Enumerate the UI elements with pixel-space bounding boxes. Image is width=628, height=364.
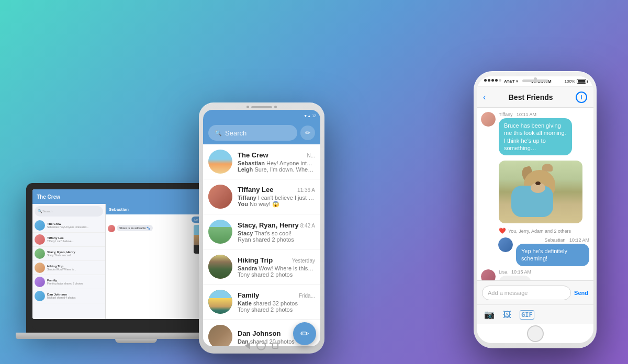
- android-sensor: [274, 106, 277, 108]
- android-conv-tiffany[interactable]: Tiffany Lee 11:36 A Tiffany I can't beli…: [203, 179, 320, 214]
- iphone-msg-sender-tiffany: Tiffany 10:11 AM: [499, 112, 572, 117]
- laptop-conv-hiking[interactable]: Hiking Trip Sandra Wow! Where is...: [32, 261, 105, 275]
- iphone-home-button[interactable]: [527, 325, 544, 342]
- iphone-msg-sender-lisa: Lisa 10:15 AM: [499, 269, 531, 275]
- android-status-icons: ▼▲ 12: [304, 114, 316, 118]
- android-conv-name-tiffany: Tiffany Lee: [238, 186, 273, 194]
- laptop-av-crew: [35, 220, 45, 231]
- android-conv-name-dan: Dan Johnson: [238, 329, 281, 337]
- laptop-av-family: [35, 277, 45, 287]
- iphone-body: AT&T ▾ 11:00 AM 100% ‹: [474, 71, 597, 348]
- laptop-conv-family[interactable]: Family Family photos shared 2 photos: [32, 275, 105, 289]
- iphone-back-arrow-icon: ‹: [483, 93, 486, 102]
- iphone-avatar-lisa: [481, 269, 496, 280]
- iphone-msg-content-lisa: Lisa 10:15 AM ···: [499, 269, 531, 280]
- iphone-battery-fill: [578, 80, 585, 83]
- android-conv-name-family: Family: [238, 291, 259, 299]
- android-conv-time-crew: N...: [307, 153, 315, 158]
- android-conv-preview-crew: Sebastian Hey! Anyone interested in...: [238, 160, 315, 166]
- android-avatar-tiffany-img: [208, 185, 232, 209]
- iphone-nav-bar: ‹ Best Friends i: [477, 87, 593, 108]
- iphone-photo-icon[interactable]: 🖼: [503, 310, 511, 320]
- android-conv-preview2-stacy: Ryan shared 2 photos: [238, 236, 315, 243]
- android-conv-header-stacy: Stacy, Ryan, Henry 8:42 A: [238, 221, 315, 229]
- android-conv-time-stacy: 8:42 A: [300, 223, 315, 229]
- iphone-signal-1: [484, 79, 487, 82]
- iphone-back-button[interactable]: ‹: [483, 93, 486, 102]
- android-conv-time-family: Frida...: [299, 293, 315, 299]
- iphone-reaction: ❤️ You, Jerry, Adam and 2 others: [499, 228, 589, 234]
- android-speaker: [251, 106, 272, 108]
- android-conv-stacy[interactable]: Stacy, Ryan, Henry 8:42 A Stacy That's s…: [203, 214, 320, 249]
- iphone-device: AT&T ▾ 11:00 AM 100% ‹: [474, 71, 597, 348]
- iphone-gif-button[interactable]: GIF: [520, 310, 534, 320]
- android-search-placeholder: Search: [225, 129, 246, 137]
- android-compose-fab[interactable]: ✏: [293, 322, 316, 345]
- laptop-conv-text-dan: Dan Johnson Michael shared 4 photos: [47, 293, 103, 299]
- android-conv-the-crew[interactable]: The Crew N... Sebastian Hey! Anyone inte…: [203, 144, 320, 179]
- android-compose-button[interactable]: ✏: [300, 126, 315, 140]
- iphone-earpiece: [522, 79, 548, 82]
- laptop-chat-name: The Crew: [37, 194, 60, 200]
- laptop-conv-dan[interactable]: Dan Johnson Michael shared 4 photos: [32, 289, 105, 303]
- laptop-conv-the-crew[interactable]: The Crew Sebastian Hey! Anyone intereste…: [32, 219, 105, 233]
- iphone-msg-sebastian: Sebastian 10:12 AM Yep he's definitely s…: [481, 237, 589, 266]
- iphone-signal-2: [488, 79, 490, 82]
- iphone-input-placeholder: Add a message: [488, 290, 528, 296]
- laptop-conv-text-hiking: Hiking Trip Sandra Wow! Where is...: [47, 265, 103, 271]
- android-avatar-hiking-img: [208, 255, 232, 279]
- android-recents-button[interactable]: [272, 343, 278, 349]
- android-avatar-hiking: [208, 255, 232, 279]
- android-conv-hiking[interactable]: Hiking Trip Yesterday Sandra Wow! Where …: [203, 249, 320, 285]
- android-conv-info-crew: The Crew N... Sebastian Hey! Anyone inte…: [238, 151, 315, 173]
- android-home-button[interactable]: [256, 341, 266, 350]
- iphone-camera-icon[interactable]: 📷: [484, 310, 495, 320]
- iphone-msg-lisa: Lisa 10:15 AM ···: [481, 269, 589, 280]
- laptop-search[interactable]: 🔍 Search: [35, 206, 103, 217]
- android-conv-header-hiking: Hiking Trip Yesterday: [238, 256, 315, 264]
- android-conv-preview-stacy: Stacy That's so cool!: [238, 230, 315, 236]
- android-conv-info-hiking: Hiking Trip Yesterday Sandra Wow! Where …: [238, 256, 315, 278]
- android-conv-header-tiffany: Tiffany Lee 11:36 A: [238, 186, 315, 194]
- android-conv-header-family: Family Frida...: [238, 291, 315, 299]
- android-conv-preview2-tiffany: You No way! 😱: [238, 201, 315, 208]
- android-conv-preview2-crew: Leigh Sure, I'm down. Where should...: [238, 166, 315, 173]
- android-conv-info-stacy: Stacy, Ryan, Henry 8:42 A Stacy That's s…: [238, 221, 315, 243]
- iphone-msg-bubble-sebastian: Yep he's definitely scheming!: [516, 244, 589, 266]
- laptop-av-tiffany: [35, 234, 45, 245]
- iphone-media-bar: 📷 🖼 GIF: [477, 304, 593, 324]
- android-search-icon: 🔍: [215, 130, 222, 136]
- laptop-conv-text-tiffany: Tiffany Lee Tiffany I can't believe...: [47, 236, 103, 243]
- android-conv-time-tiffany: 11:36 A: [297, 187, 315, 193]
- android-avatar-crew: [208, 150, 232, 174]
- android-avatar-crew-img: [208, 150, 232, 174]
- laptop-conv-stacy[interactable]: Stacy, Ryan, Henry Stacy That's so cool!: [32, 247, 105, 261]
- android-avatar-stacy: [208, 220, 232, 244]
- android-avatar-family: [208, 290, 232, 314]
- iphone-avatar-tiffany: [481, 112, 496, 127]
- iphone-screen: AT&T ▾ 11:00 AM 100% ‹: [477, 76, 593, 343]
- android-conv-preview-hiking: Sandra Wow! Where is this Tony?: [238, 265, 315, 271]
- android-back-button[interactable]: [245, 342, 250, 349]
- iphone-battery-icon: [577, 79, 586, 84]
- iphone-info-icon: i: [580, 94, 582, 100]
- android-conversations-list: The Crew N... Sebastian Hey! Anyone inte…: [203, 144, 320, 346]
- iphone-battery-percent: 100%: [565, 79, 575, 84]
- iphone-msg-bubble-tiffany: Bruce has been giving me this look all m…: [499, 118, 572, 155]
- android-compose-icon: ✏: [305, 129, 310, 136]
- iphone-carrier: AT&T: [504, 79, 515, 84]
- android-conv-family[interactable]: Family Frida... Katie shared 32 photos T…: [203, 285, 320, 320]
- android-camera: [246, 106, 249, 108]
- android-search-bar[interactable]: 🔍 Search ✏: [203, 121, 320, 144]
- android-search-input[interactable]: 🔍 Search: [208, 125, 297, 141]
- iphone-message-input[interactable]: Add a message: [482, 286, 571, 300]
- iphone-signal-4: [495, 79, 498, 82]
- iphone-info-button[interactable]: i: [576, 92, 587, 103]
- iphone-sebastian-avatar-img: [498, 237, 513, 252]
- iphone-wifi-icon: ▾: [516, 79, 518, 84]
- laptop-av-dan: [35, 291, 45, 301]
- laptop-conv-tiffany[interactable]: Tiffany Lee Tiffany I can't believe...: [32, 233, 105, 247]
- android-avatar-family-img: [208, 290, 232, 314]
- iphone-chat-title: Best Friends: [509, 93, 553, 101]
- iphone-send-button[interactable]: Send: [574, 290, 588, 296]
